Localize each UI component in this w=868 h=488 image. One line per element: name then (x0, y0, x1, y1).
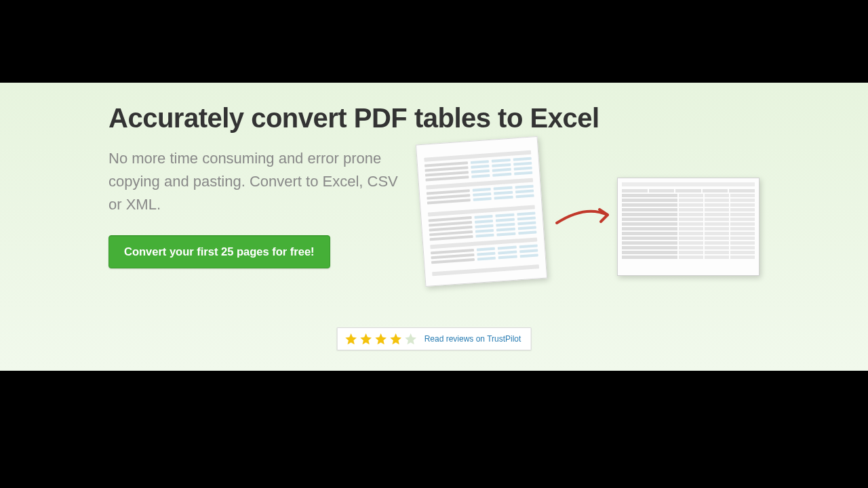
reviews-badge[interactable]: Read reviews on TrustPilot (337, 327, 532, 350)
star-icon (359, 332, 373, 346)
trustpilot-link[interactable]: Read reviews on TrustPilot (425, 334, 521, 344)
pdf-document-icon (416, 136, 547, 287)
star-empty-icon (404, 332, 418, 346)
star-icon (344, 332, 358, 346)
star-icon (389, 332, 403, 346)
hero-section: Accurately convert PDF tables to Excel N… (0, 83, 868, 371)
convert-cta-button[interactable]: Convert your first 25 pages for free! (108, 235, 330, 268)
excel-spreadsheet-icon (617, 178, 760, 276)
conversion-illustration (414, 140, 773, 289)
star-icon (374, 332, 388, 346)
page-headline: Accurately convert PDF tables to Excel (108, 103, 599, 134)
page-subhead: No more time consuming and error prone c… (108, 147, 400, 216)
right-arrow-icon (555, 201, 616, 235)
